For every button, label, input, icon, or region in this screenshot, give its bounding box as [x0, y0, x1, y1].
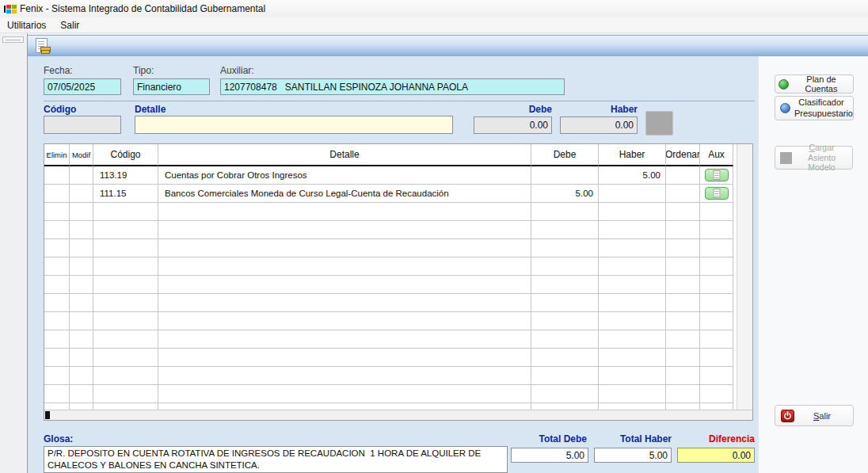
salir-button[interactable]: Salir — [775, 405, 854, 426]
haber-entry-field[interactable] — [560, 116, 638, 134]
cell-elimin — [44, 221, 70, 239]
cell-aux — [700, 312, 733, 330]
table-row[interactable]: 111.15Bancos Comerciales Moneda de Curso… — [44, 185, 752, 203]
power-icon — [781, 410, 794, 422]
column-header-aux: Aux — [700, 144, 733, 166]
cell-elimin — [44, 257, 70, 276]
total-haber-field — [594, 448, 672, 463]
splitter-grip[interactable] — [2, 36, 24, 43]
table-row[interactable] — [44, 349, 752, 367]
horizontal-scrollbar-thumb[interactable] — [45, 411, 50, 419]
clasificador-presupuestario-label: Clasificador Presupuestario — [794, 97, 848, 118]
new-entry-icon[interactable] — [36, 38, 48, 53]
table-row[interactable] — [44, 276, 752, 294]
cell-aux — [700, 276, 733, 294]
auxiliar-label: Auxiliar: — [220, 65, 254, 76]
total-debe-label: Total Debe — [513, 433, 587, 444]
cell-ordenar — [666, 166, 700, 185]
cell-código — [93, 203, 158, 221]
cell-modif — [70, 349, 93, 367]
cell-código — [93, 367, 158, 385]
cell-elimin — [44, 330, 70, 349]
tipo-field[interactable] — [133, 78, 210, 95]
cell-modif — [70, 221, 93, 239]
table-row[interactable]: 113.19Cuentas por Cobrar Otros Ingresos5… — [44, 166, 752, 185]
table-row[interactable] — [44, 257, 752, 276]
table-row[interactable] — [44, 312, 752, 330]
cell-haber — [599, 294, 666, 312]
cell-aux — [700, 185, 733, 203]
cell-detalle — [158, 312, 531, 330]
cell-detalle: Bancos Comerciales Moneda de Curso Legal… — [158, 185, 531, 203]
table-row[interactable] — [44, 367, 752, 385]
table-row[interactable] — [44, 239, 752, 257]
detalle-entry-field[interactable] — [135, 116, 453, 134]
column-header-haber: Haber — [599, 144, 666, 166]
cell-aux — [700, 239, 733, 257]
cell-código — [93, 221, 158, 239]
cell-debe — [531, 294, 599, 312]
cell-código: 111.15 — [93, 185, 158, 203]
cell-código — [93, 294, 158, 312]
codigo-entry-field[interactable] — [44, 116, 121, 134]
cell-modif — [70, 367, 93, 385]
glosa-field[interactable]: P/R. DEPOSITO EN CUENTA ROTATIVA DE INGR… — [44, 446, 508, 473]
cell-ordenar — [666, 185, 700, 203]
cell-ordenar — [666, 385, 700, 403]
codigo-entry-label: Código — [44, 104, 76, 115]
cell-haber — [599, 203, 666, 221]
plan-de-cuentas-button[interactable]: Plan de Cuentas — [775, 74, 854, 93]
main-panel: Fecha: Tipo: Auxiliar: Código Detalle De… — [28, 56, 868, 473]
cell-haber — [599, 312, 666, 330]
cell-código: 113.19 — [93, 166, 158, 185]
cell-modif — [70, 312, 93, 330]
cell-haber — [599, 385, 666, 403]
auxiliar-field[interactable] — [220, 78, 565, 95]
aux-detail-button[interactable] — [705, 169, 729, 181]
cell-código — [93, 276, 158, 294]
menu-utilitarios[interactable]: Utilitarios — [0, 18, 53, 32]
cell-haber — [599, 239, 666, 257]
table-row[interactable] — [44, 221, 752, 239]
cell-modif — [70, 294, 93, 312]
left-splitter-panel — [0, 33, 28, 473]
debe-entry-field[interactable] — [474, 116, 552, 134]
green-sphere-icon — [779, 79, 789, 90]
table-row[interactable] — [44, 294, 752, 312]
total-debe-field — [511, 448, 588, 463]
cell-modif — [70, 385, 93, 403]
cell-debe — [531, 367, 599, 385]
cell-debe — [531, 221, 599, 239]
fecha-field[interactable] — [44, 78, 121, 95]
cell-debe — [531, 349, 599, 367]
menu-salir[interactable]: Salir — [53, 18, 86, 32]
cargar-asiento-modelo-button[interactable]: Cargar Asiento Modelo — [775, 146, 853, 170]
cell-aux — [700, 349, 733, 367]
toolbar — [28, 35, 868, 56]
horizontal-scrollbar[interactable] — [44, 410, 752, 420]
cell-ordenar — [666, 221, 700, 239]
cell-debe — [531, 257, 599, 276]
cell-elimin — [44, 367, 70, 385]
cell-aux — [700, 367, 733, 385]
cell-elimin — [44, 385, 70, 403]
cell-detalle — [158, 221, 531, 239]
clasificador-presupuestario-button[interactable]: Clasificador Presupuestario — [775, 96, 854, 120]
aux-detail-button[interactable] — [705, 187, 729, 200]
cell-elimin — [44, 276, 70, 294]
cell-aux — [700, 203, 733, 221]
cell-modif — [70, 203, 93, 221]
cell-debe — [531, 276, 599, 294]
column-header-modif: Modif — [70, 144, 93, 166]
cell-aux — [700, 257, 733, 276]
cell-ordenar — [666, 239, 700, 257]
cell-ordenar — [666, 349, 700, 367]
cell-aux — [700, 294, 733, 312]
table-row[interactable] — [44, 330, 752, 349]
table-row[interactable] — [44, 385, 752, 403]
cell-debe — [531, 239, 599, 257]
add-entry-button[interactable] — [645, 111, 673, 135]
vertical-scroll-area[interactable] — [737, 144, 752, 410]
table-row[interactable] — [44, 203, 752, 221]
separator-line — [44, 101, 755, 101]
